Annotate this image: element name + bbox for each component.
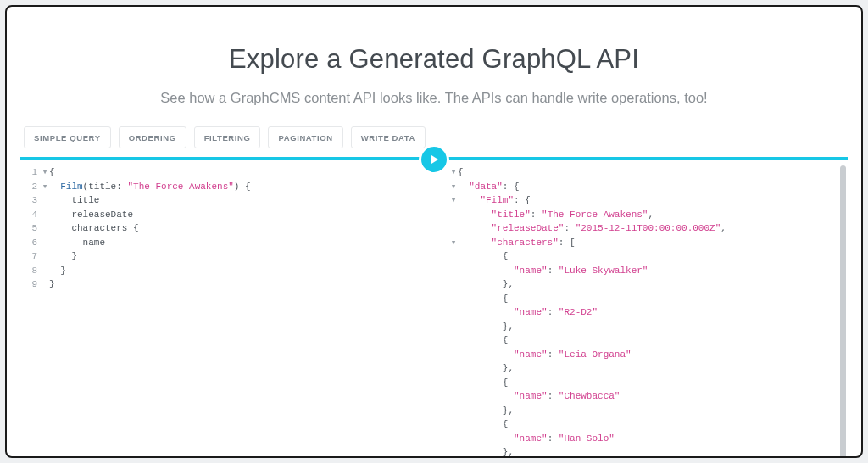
code-text: { xyxy=(458,292,508,306)
code-line: "name": "R2-D2" xyxy=(449,305,839,320)
fold-toggle-icon xyxy=(449,417,458,432)
code-text: }, xyxy=(458,445,514,458)
code-text: }, xyxy=(458,404,514,418)
code-text: { xyxy=(458,333,508,348)
code-text: } xyxy=(49,264,66,278)
line-number: 5 xyxy=(22,221,41,236)
fold-toggle-icon xyxy=(41,249,49,264)
code-line: "name": "Leia Organa" xyxy=(449,348,839,362)
line-number: 3 xyxy=(22,193,41,208)
fold-toggle-icon xyxy=(41,208,49,222)
fold-toggle-icon xyxy=(449,432,458,446)
fold-toggle-icon xyxy=(449,348,458,362)
code-text: { xyxy=(458,249,508,264)
code-text: "name": "Chewbacca" xyxy=(458,389,620,404)
play-icon xyxy=(428,153,440,165)
code-text: title xyxy=(49,193,99,208)
fold-toggle-icon xyxy=(449,208,458,222)
code-text: } xyxy=(49,249,77,264)
tab-write-data[interactable]: WRITE DATA xyxy=(351,126,426,148)
line-number: 4 xyxy=(22,208,41,222)
fold-toggle-icon xyxy=(449,249,458,264)
code-line: 5 characters { xyxy=(22,221,412,236)
code-text: "title": "The Force Awakens", xyxy=(458,208,654,222)
code-line: ▾ "data": { xyxy=(449,180,839,194)
code-text: }, xyxy=(458,320,514,334)
code-text: "name": "Han Solo" xyxy=(458,432,615,446)
line-number: 8 xyxy=(22,264,41,278)
code-text: Film(title: "The Force Awakens") { xyxy=(49,180,251,194)
code-line: 8 } xyxy=(22,264,412,278)
code-text: "name": "R2-D2" xyxy=(458,305,598,320)
code-line: }, xyxy=(449,404,839,418)
line-number: 2 xyxy=(22,180,41,194)
code-text: "characters": [ xyxy=(458,236,576,250)
code-text: "data": { xyxy=(458,180,520,194)
code-line: }, xyxy=(449,361,839,376)
code-line: "title": "The Force Awakens", xyxy=(449,208,839,222)
code-line: { xyxy=(449,417,839,432)
fold-toggle-icon xyxy=(41,221,49,236)
tab-filtering[interactable]: FILTERING xyxy=(194,126,261,148)
fold-toggle-icon xyxy=(41,236,49,250)
tab-pagination[interactable]: PAGINATION xyxy=(268,126,342,148)
app-window: Explore a Generated GraphQL API See how … xyxy=(5,5,863,458)
graphql-playground: 1▾{2▾ Film(title: "The Force Awakens") {… xyxy=(20,157,848,458)
code-text: { xyxy=(49,165,55,180)
tab-simple-query[interactable]: SIMPLE QUERY xyxy=(24,126,111,148)
code-line: 2▾ Film(title: "The Force Awakens") { xyxy=(22,180,412,194)
code-text: { xyxy=(458,165,464,180)
code-text: }, xyxy=(458,277,514,292)
code-text: "Film": { xyxy=(458,193,531,208)
fold-toggle-icon xyxy=(449,221,458,236)
line-number: 6 xyxy=(22,236,41,250)
code-line: "name": "Han Solo" xyxy=(449,432,839,446)
code-text: { xyxy=(458,376,508,390)
fold-toggle-icon xyxy=(449,305,458,320)
code-line: 9} xyxy=(22,277,412,292)
fold-toggle-icon xyxy=(449,333,458,348)
line-number: 7 xyxy=(22,249,41,264)
hero: Explore a Generated GraphQL API See how … xyxy=(7,7,861,126)
fold-toggle-icon[interactable]: ▾ xyxy=(449,236,458,250)
fold-toggle-icon[interactable]: ▾ xyxy=(41,165,49,180)
code-text: } xyxy=(49,277,55,292)
response-scrollbar[interactable] xyxy=(840,165,846,458)
tab-ordering[interactable]: ORDERING xyxy=(119,126,186,148)
code-line: ▾{ xyxy=(449,165,839,180)
code-text: releaseDate xyxy=(49,208,133,222)
code-line: }, xyxy=(449,277,839,292)
response-viewer: ▾{▾ "data": {▾ "Film": { "title": "The F… xyxy=(420,160,848,458)
code-line: { xyxy=(449,292,839,306)
code-text: "name": "Luke Skywalker" xyxy=(458,264,648,278)
fold-toggle-icon xyxy=(449,404,458,418)
fold-toggle-icon xyxy=(449,264,458,278)
line-number: 1 xyxy=(22,165,41,180)
fold-toggle-icon[interactable]: ▾ xyxy=(449,180,458,194)
code-text: "name": "Leia Organa" xyxy=(458,348,632,362)
svg-marker-0 xyxy=(431,155,438,164)
code-line: 1▾{ xyxy=(22,165,412,180)
code-line: }, xyxy=(449,320,839,334)
code-line: { xyxy=(449,249,839,264)
run-query-button[interactable] xyxy=(419,144,449,175)
fold-toggle-icon xyxy=(449,389,458,404)
fold-toggle-icon xyxy=(449,376,458,390)
line-number: 9 xyxy=(22,277,41,292)
code-line: { xyxy=(449,376,839,390)
fold-toggle-icon[interactable]: ▾ xyxy=(41,180,49,194)
fold-toggle-icon xyxy=(41,264,49,278)
code-text: "releaseDate": "2015-12-11T00:00:00.000Z… xyxy=(458,221,726,236)
code-line: ▾ "Film": { xyxy=(449,193,839,208)
fold-toggle-icon xyxy=(41,277,49,292)
fold-toggle-icon[interactable]: ▾ xyxy=(449,165,458,180)
fold-toggle-icon[interactable]: ▾ xyxy=(449,193,458,208)
fold-toggle-icon xyxy=(449,320,458,334)
fold-toggle-icon xyxy=(449,292,458,306)
page-subtitle: See how a GraphCMS content API looks lik… xyxy=(7,90,861,106)
code-text: name xyxy=(49,236,105,250)
code-line: "name": "Chewbacca" xyxy=(449,389,839,404)
code-text: }, xyxy=(458,361,514,376)
code-line: 7 } xyxy=(22,249,412,264)
query-editor[interactable]: 1▾{2▾ Film(title: "The Force Awakens") {… xyxy=(20,160,420,458)
